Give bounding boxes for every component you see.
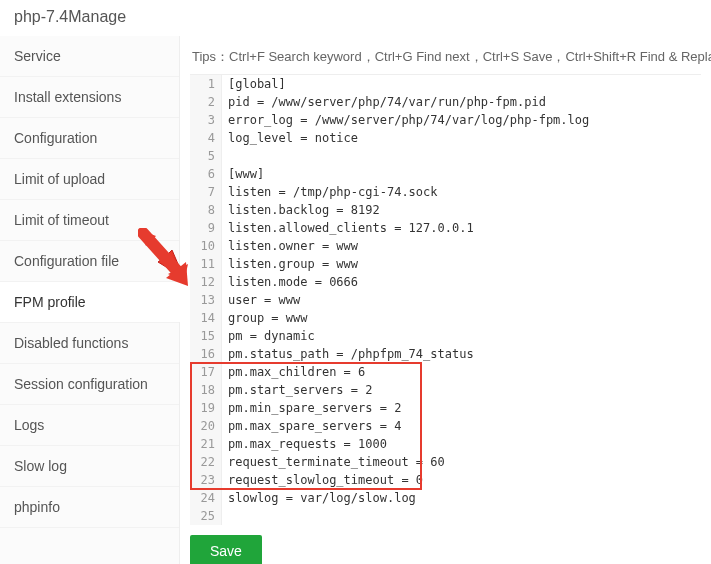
editor-line[interactable]: 17pm.max_children = 6 [190, 363, 701, 381]
line-code[interactable]: user = www [222, 291, 300, 309]
editor-line[interactable]: 11listen.group = www [190, 255, 701, 273]
line-code[interactable]: listen = /tmp/php-cgi-74.sock [222, 183, 438, 201]
line-number: 4 [190, 129, 222, 147]
sidebar-item-service[interactable]: Service [0, 36, 179, 77]
editor-line[interactable]: 23request_slowlog_timeout = 0 [190, 471, 701, 489]
editor-line[interactable]: 16pm.status_path = /phpfpm_74_status [190, 345, 701, 363]
line-code[interactable]: listen.owner = www [222, 237, 358, 255]
sidebar-item-disabled-functions[interactable]: Disabled functions [0, 323, 179, 364]
line-code[interactable]: listen.mode = 0666 [222, 273, 358, 291]
editor-line[interactable]: 10listen.owner = www [190, 237, 701, 255]
line-code[interactable]: listen.group = www [222, 255, 358, 273]
line-number: 18 [190, 381, 222, 399]
line-number: 3 [190, 111, 222, 129]
line-number: 16 [190, 345, 222, 363]
editor-line[interactable]: 20pm.max_spare_servers = 4 [190, 417, 701, 435]
editor-line[interactable]: 7listen = /tmp/php-cgi-74.sock [190, 183, 701, 201]
editor-line[interactable]: 24slowlog = var/log/slow.log [190, 489, 701, 507]
editor-tips: Tips：Ctrl+F Search keyword，Ctrl+G Find n… [190, 44, 701, 74]
editor-line[interactable]: 14group = www [190, 309, 701, 327]
line-number: 2 [190, 93, 222, 111]
editor-line[interactable]: 12listen.mode = 0666 [190, 273, 701, 291]
line-code[interactable]: log_level = notice [222, 129, 358, 147]
sidebar-item-limit-of-timeout[interactable]: Limit of timeout [0, 200, 179, 241]
page-title: php-7.4Manage [0, 0, 711, 36]
line-number: 23 [190, 471, 222, 489]
line-code[interactable]: listen.allowed_clients = 127.0.0.1 [222, 219, 474, 237]
line-code[interactable]: pm.start_servers = 2 [222, 381, 373, 399]
sidebar-item-logs[interactable]: Logs [0, 405, 179, 446]
line-number: 20 [190, 417, 222, 435]
editor-line[interactable]: 18pm.start_servers = 2 [190, 381, 701, 399]
editor-line[interactable]: 19pm.min_spare_servers = 2 [190, 399, 701, 417]
line-number: 9 [190, 219, 222, 237]
line-number: 25 [190, 507, 222, 525]
editor-line[interactable]: 13user = www [190, 291, 701, 309]
editor-line[interactable]: 21pm.max_requests = 1000 [190, 435, 701, 453]
sidebar-item-configuration-file[interactable]: Configuration file [0, 241, 179, 282]
sidebar-item-fpm-profile[interactable]: FPM profile [0, 282, 179, 323]
editor-line[interactable]: 3error_log = /www/server/php/74/var/log/… [190, 111, 701, 129]
line-code[interactable]: pm.min_spare_servers = 2 [222, 399, 401, 417]
line-number: 8 [190, 201, 222, 219]
line-code[interactable]: pm = dynamic [222, 327, 315, 345]
save-button[interactable]: Save [190, 535, 262, 564]
line-code[interactable] [222, 507, 228, 525]
line-number: 13 [190, 291, 222, 309]
line-number: 11 [190, 255, 222, 273]
editor-line[interactable]: 6[www] [190, 165, 701, 183]
sidebar-item-configuration[interactable]: Configuration [0, 118, 179, 159]
line-code[interactable]: pid = /www/server/php/74/var/run/php-fpm… [222, 93, 546, 111]
line-code[interactable]: group = www [222, 309, 307, 327]
sidebar-item-session-configuration[interactable]: Session configuration [0, 364, 179, 405]
editor-line[interactable]: 5 [190, 147, 701, 165]
line-number: 1 [190, 75, 222, 93]
editor-line[interactable]: 4log_level = notice [190, 129, 701, 147]
line-code[interactable]: request_slowlog_timeout = 0 [222, 471, 423, 489]
line-number: 19 [190, 399, 222, 417]
line-number: 7 [190, 183, 222, 201]
line-number: 15 [190, 327, 222, 345]
line-code[interactable]: request_terminate_timeout = 60 [222, 453, 445, 471]
line-number: 14 [190, 309, 222, 327]
line-number: 12 [190, 273, 222, 291]
line-number: 17 [190, 363, 222, 381]
line-number: 22 [190, 453, 222, 471]
line-number: 21 [190, 435, 222, 453]
sidebar: ServiceInstall extensionsConfigurationLi… [0, 36, 180, 564]
line-code[interactable]: pm.status_path = /phpfpm_74_status [222, 345, 474, 363]
sidebar-item-phpinfo[interactable]: phpinfo [0, 487, 179, 528]
line-number: 5 [190, 147, 222, 165]
sidebar-item-install-extensions[interactable]: Install extensions [0, 77, 179, 118]
line-code[interactable]: [global] [222, 75, 286, 93]
line-code[interactable]: pm.max_requests = 1000 [222, 435, 387, 453]
sidebar-item-limit-of-upload[interactable]: Limit of upload [0, 159, 179, 200]
line-code[interactable]: slowlog = var/log/slow.log [222, 489, 416, 507]
line-code[interactable]: error_log = /www/server/php/74/var/log/p… [222, 111, 589, 129]
editor-line[interactable]: 9listen.allowed_clients = 127.0.0.1 [190, 219, 701, 237]
line-number: 24 [190, 489, 222, 507]
editor-line[interactable]: 8listen.backlog = 8192 [190, 201, 701, 219]
line-code[interactable] [222, 147, 228, 165]
line-code[interactable]: pm.max_children = 6 [222, 363, 365, 381]
sidebar-item-slow-log[interactable]: Slow log [0, 446, 179, 487]
line-code[interactable]: pm.max_spare_servers = 4 [222, 417, 401, 435]
line-number: 6 [190, 165, 222, 183]
main-panel: Tips：Ctrl+F Search keyword，Ctrl+G Find n… [180, 36, 711, 564]
editor-line[interactable]: 2pid = /www/server/php/74/var/run/php-fp… [190, 93, 701, 111]
editor-line[interactable]: 22request_terminate_timeout = 60 [190, 453, 701, 471]
line-number: 10 [190, 237, 222, 255]
line-code[interactable]: [www] [222, 165, 264, 183]
editor-line[interactable]: 1[global] [190, 75, 701, 93]
line-code[interactable]: listen.backlog = 8192 [222, 201, 380, 219]
editor-line[interactable]: 15pm = dynamic [190, 327, 701, 345]
editor-line[interactable]: 25 [190, 507, 701, 525]
code-editor[interactable]: 1[global]2pid = /www/server/php/74/var/r… [190, 74, 701, 525]
